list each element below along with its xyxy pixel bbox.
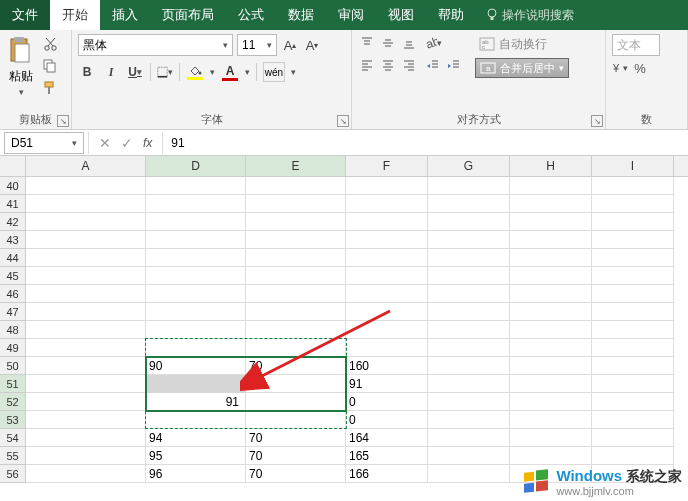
cell[interactable]	[510, 411, 592, 429]
cell[interactable]: 94	[146, 429, 246, 447]
paste-button[interactable]: 粘贴 ▾	[6, 34, 36, 99]
cell[interactable]	[26, 339, 146, 357]
cell[interactable]	[510, 303, 592, 321]
cell[interactable]	[146, 411, 246, 429]
wrap-text-button[interactable]: abc 自动换行	[475, 34, 569, 54]
align-center-button[interactable]	[379, 56, 397, 74]
fx-button[interactable]: fx	[143, 136, 152, 150]
col-header-E[interactable]: E	[246, 156, 346, 176]
cell[interactable]	[346, 249, 428, 267]
cell[interactable]	[510, 339, 592, 357]
cell[interactable]	[26, 195, 146, 213]
fill-color-button[interactable]	[186, 65, 204, 80]
cell[interactable]: 70	[246, 429, 346, 447]
cell[interactable]	[510, 177, 592, 195]
cell[interactable]	[246, 411, 346, 429]
cell[interactable]	[246, 321, 346, 339]
cell[interactable]	[428, 213, 510, 231]
cell[interactable]	[510, 195, 592, 213]
cell[interactable]	[510, 285, 592, 303]
cell[interactable]	[26, 267, 146, 285]
cell[interactable]	[510, 213, 592, 231]
cell[interactable]	[428, 249, 510, 267]
cell[interactable]	[510, 321, 592, 339]
row-header[interactable]: 52	[0, 393, 26, 411]
increase-indent-button[interactable]	[445, 56, 463, 74]
cell[interactable]	[592, 213, 674, 231]
clipboard-dialog-launcher[interactable]: ↘	[57, 115, 69, 127]
row-header[interactable]: 53	[0, 411, 26, 429]
cell[interactable]: 166	[346, 465, 428, 483]
cell[interactable]	[592, 429, 674, 447]
cell[interactable]	[246, 231, 346, 249]
cell[interactable]	[428, 321, 510, 339]
percent-button[interactable]: %	[632, 60, 648, 76]
align-dialog-launcher[interactable]: ↘	[591, 115, 603, 127]
cell[interactable]	[510, 393, 592, 411]
row-header[interactable]: 41	[0, 195, 26, 213]
accounting-format-button[interactable]: ¥▾	[612, 60, 628, 76]
cut-button[interactable]	[42, 36, 58, 52]
cell[interactable]	[26, 231, 146, 249]
cell[interactable]	[428, 231, 510, 249]
copy-button[interactable]	[42, 58, 58, 74]
select-all-corner[interactable]	[0, 156, 26, 176]
cell[interactable]: 96	[146, 465, 246, 483]
cell[interactable]	[26, 411, 146, 429]
cell[interactable]	[26, 375, 146, 393]
cell[interactable]	[146, 213, 246, 231]
cell[interactable]	[246, 303, 346, 321]
col-header-A[interactable]: A	[26, 156, 146, 176]
cell[interactable]	[246, 213, 346, 231]
grow-font-button[interactable]: A▴	[281, 35, 299, 55]
row-header[interactable]: 48	[0, 321, 26, 339]
row-header[interactable]: 44	[0, 249, 26, 267]
row-header[interactable]: 55	[0, 447, 26, 465]
row-header[interactable]: 56	[0, 465, 26, 483]
col-header-I[interactable]: I	[592, 156, 674, 176]
cell[interactable]	[592, 447, 674, 465]
cell[interactable]	[246, 375, 346, 393]
align-top-button[interactable]	[358, 34, 376, 52]
cell[interactable]	[592, 285, 674, 303]
cell[interactable]	[346, 339, 428, 357]
cell[interactable]	[346, 285, 428, 303]
cell[interactable]	[428, 285, 510, 303]
cell[interactable]	[510, 429, 592, 447]
cell[interactable]	[246, 339, 346, 357]
row-header[interactable]: 40	[0, 177, 26, 195]
cell[interactable]: 91	[146, 393, 246, 411]
cell[interactable]	[146, 231, 246, 249]
cell[interactable]	[428, 465, 510, 483]
cell[interactable]	[146, 285, 246, 303]
cell[interactable]: 160	[346, 357, 428, 375]
cell[interactable]: 70	[246, 465, 346, 483]
cell[interactable]	[592, 303, 674, 321]
cell[interactable]	[510, 357, 592, 375]
cell[interactable]: 0	[346, 411, 428, 429]
cell[interactable]	[246, 177, 346, 195]
cell[interactable]	[592, 267, 674, 285]
cell[interactable]	[428, 447, 510, 465]
row-header[interactable]: 51	[0, 375, 26, 393]
row-header[interactable]: 47	[0, 303, 26, 321]
name-box[interactable]: D51 ▾	[4, 132, 84, 154]
orientation-button[interactable]: ab▾	[424, 34, 442, 52]
cell[interactable]	[26, 447, 146, 465]
shrink-font-button[interactable]: A▾	[303, 35, 321, 55]
row-header[interactable]: 45	[0, 267, 26, 285]
row-header[interactable]: 46	[0, 285, 26, 303]
cell[interactable]: 70	[246, 447, 346, 465]
tab-data[interactable]: 数据	[276, 0, 326, 30]
tab-help[interactable]: 帮助	[426, 0, 476, 30]
font-dialog-launcher[interactable]: ↘	[337, 115, 349, 127]
tab-page-layout[interactable]: 页面布局	[150, 0, 226, 30]
tab-file[interactable]: 文件	[0, 0, 50, 30]
cell[interactable]	[428, 411, 510, 429]
cell[interactable]	[146, 321, 246, 339]
phonetic-guide-button[interactable]: wén	[263, 62, 285, 82]
italic-button[interactable]: I	[102, 62, 120, 82]
col-header-H[interactable]: H	[510, 156, 592, 176]
tell-me-search[interactable]: 操作说明搜索	[486, 0, 574, 30]
enter-button[interactable]: ✓	[121, 135, 133, 151]
